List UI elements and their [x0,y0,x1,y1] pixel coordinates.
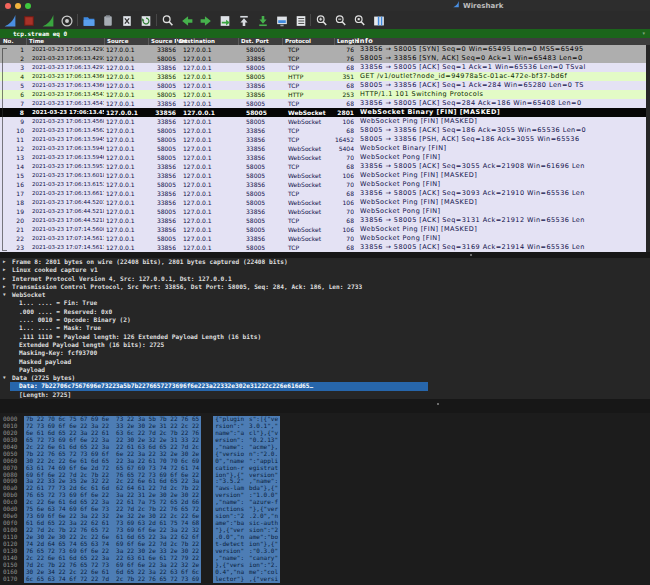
resize-columns-icon[interactable] [372,13,386,27]
packet-row-4[interactable]: 42021-03-23 17:06:13.436600127.0.0.13385… [0,72,650,81]
hex-row-0070[interactable]: 007063 61 74 69 6f 6e 2d 7265 67 69 73 7… [0,465,650,472]
zoom-reset-icon[interactable] [353,13,367,27]
reload-icon[interactable] [139,13,153,27]
hex-row-0020[interactable]: 00206e 61 6d 65 22 3a 22 6163 6c 22 7d 2… [0,430,650,437]
hex-row-0100[interactable]: 010022 7d 2c 7b 22 76 65 7273 69 6f 6e 2… [0,527,650,534]
packet-row-9[interactable]: 92021-03-23 17:06:13.456090127.0.0.13385… [0,117,650,126]
column-header-time[interactable]: Time [26,38,104,45]
filter-bar[interactable]: tcp.stream eq 0 ▾ [0,29,650,38]
close-window-button[interactable] [5,3,11,9]
hex-row-0120[interactable]: 012074 2d 64 65 74 65 63 7469 6f 6e 22 7… [0,541,650,548]
minimize-window-button[interactable] [15,3,21,9]
packet-row-13[interactable]: 132021-03-23 17:06:13.594688127.0.0.1580… [0,153,650,162]
zoom-in-icon[interactable] [315,13,329,27]
go-last-packet-icon[interactable] [256,13,270,27]
hex-row-0090[interactable]: 00903a 22 33 2e 35 2e 32 222c 22 6e 61 6… [0,478,650,485]
hex-row-00d0[interactable]: 00d075 6e 63 74 69 6f 6e 7322 7d 2c 7b 2… [0,506,650,513]
detail-line[interactable]: 1... .... = Fin: True [0,299,650,307]
packet-row-15[interactable]: 152021-03-23 17:06:13.601861127.0.0.1338… [0,171,650,180]
hex-row-00e0[interactable]: 00e073 69 6f 6e 22 3a 22 322e 32 2e 30 2… [0,513,650,520]
go-first-packet-icon[interactable] [237,13,251,27]
column-header-source-port[interactable]: Source Port [148,38,176,45]
packet-row-18[interactable]: 182021-03-23 17:06:44.520197127.0.0.1338… [0,198,650,207]
detail-line[interactable]: Masking-Key: fcf93700 [0,349,650,357]
stop-capture-icon[interactable] [22,13,36,27]
auto-scroll-icon[interactable] [294,13,308,27]
packet-row-19[interactable]: 192021-03-23 17:06:44.521848127.0.0.1580… [0,207,650,216]
hex-row-0060[interactable]: 006030 22 2c 22 6e 61 6d 6522 3a 22 61 7… [0,458,650,465]
packet-row-16[interactable]: 162021-03-23 17:06:13.615311127.0.0.1580… [0,180,650,189]
column-header-source[interactable]: Source [104,38,148,45]
detail-line[interactable]: ▶Transmission Control Protocol, Src Port… [0,283,650,291]
column-header-destination[interactable]: Destination [176,38,238,45]
hex-row-0080[interactable]: 008069 6f 6e 22 7d 2c 7b 2276 65 72 73 6… [0,472,650,479]
hex-row-0010[interactable]: 001072 73 69 6f 6e 22 3a 2233 2e 30 2e 3… [0,423,650,430]
detail-line[interactable]: .... 0010 = Opcode: Binary (2) [0,316,650,324]
go-back-icon[interactable] [180,13,194,27]
collapse-arrow-icon[interactable]: ▼ [3,291,6,299]
packet-row-5[interactable]: 52021-03-23 17:06:13.436622127.0.0.15800… [0,81,650,90]
detail-line[interactable]: [Length: 2725] [0,391,650,399]
filter-dropdown-arrow-icon[interactable]: ▾ [642,29,645,38]
hex-row-0140[interactable]: 01402c 22 6e 61 6d 65 22 3a22 63 61 6e 6… [0,555,650,562]
go-to-packet-icon[interactable] [218,13,232,27]
hex-row-00b0[interactable]: 00b076 65 72 73 69 6f 6e 223a 22 31 2e 3… [0,492,650,499]
packet-list-scrollbar[interactable] [646,45,650,252]
zoom-window-button[interactable] [25,3,31,9]
packet-row-20[interactable]: 202021-03-23 17:06:44.521892127.0.0.1338… [0,216,650,225]
packet-row-10[interactable]: 102021-03-23 17:06:13.456244127.0.0.1580… [0,126,650,135]
packet-row-11[interactable]: 112021-03-23 17:06:13.594507127.0.0.1580… [0,135,650,144]
open-file-icon[interactable] [82,13,96,27]
column-header-dst-port[interactable]: Dst. Port [238,38,282,45]
display-filter-input[interactable]: tcp.stream eq 0 [13,29,67,38]
packet-row-21[interactable]: 212021-03-23 17:07:14.560068127.0.0.1338… [0,225,650,234]
save-file-icon[interactable] [101,13,115,27]
detail-line[interactable]: Payload [0,366,650,374]
detail-line[interactable]: 1... .... = Mask: True [0,324,650,332]
packet-row-12[interactable]: 122021-03-23 17:06:13.594630127.0.0.1580… [0,144,650,153]
packet-row-23[interactable]: 232021-03-23 17:07:14.561170127.0.0.1338… [0,243,650,252]
hex-row-0130[interactable]: 013076 65 72 73 69 6f 6e 223a 22 30 2e 3… [0,548,650,555]
capture-options-icon[interactable] [60,13,74,27]
detail-line[interactable]: Masked payload [0,358,650,366]
go-forward-icon[interactable] [199,13,213,27]
detail-line[interactable]: ▼WebSocket [0,291,650,299]
pane-splitter-bottom[interactable] [0,399,650,413]
hex-row-00f0[interactable]: 00f061 6d 65 22 3a 22 62 6173 69 63 2d 6… [0,520,650,527]
zoom-out-icon[interactable] [334,13,348,27]
expand-arrow-icon[interactable]: ▶ [3,283,6,291]
hex-row-0170[interactable]: 01706c 65 63 74 6f 72 22 7d2c 7b 22 76 6… [0,576,650,583]
restart-capture-icon[interactable] [41,13,55,27]
colorize-packets-icon[interactable] [275,13,289,27]
column-header-length[interactable]: Length [334,38,354,45]
detail-line[interactable]: ▶Internet Protocol Version 4, Src: 127.0… [0,275,650,283]
packet-row-2[interactable]: 22021-03-23 17:06:13.429360127.0.0.15800… [0,54,650,63]
detail-line[interactable]: ▶Frame 8: 2801 bytes on wire (22408 bits… [0,258,650,266]
packet-row-22[interactable]: 222021-03-23 17:07:14.561136127.0.0.1580… [0,234,650,243]
hex-row-0160[interactable]: 016030 2e 34 22 2c 22 6e 616d 65 22 3a 2… [0,569,650,576]
column-header-protocol[interactable]: Protocol [282,38,334,45]
detail-line[interactable]: ▼Data (2725 bytes) [0,374,650,382]
packet-row-8[interactable]: 82021-03-23 17:06:13.456014127.0.0.13385… [0,108,650,117]
expand-arrow-icon[interactable]: ▶ [3,275,6,283]
detail-line[interactable]: ▶Linux cooked capture v1 [0,266,650,274]
packet-row-6[interactable]: 62021-03-23 17:06:13.454111127.0.0.15800… [0,90,650,99]
hex-row-00a0[interactable]: 00a022 61 77 73 2d 6c 61 6d62 64 61 22 7… [0,485,650,492]
packet-row-1[interactable]: 12021-03-23 17:06:13.429330127.0.0.13385… [0,45,650,54]
hex-row-0110[interactable]: 01102e 30 2e 30 22 2c 22 6e61 6d 65 22 3… [0,534,650,541]
packet-row-3[interactable]: 32021-03-23 17:06:13.429387127.0.0.13385… [0,63,650,72]
detail-line[interactable]: .111 1110 = Payload length: 126 Extended… [0,333,650,341]
detail-line[interactable]: Data: 7b22706c7567696e73223a5b7b22766572… [10,382,428,390]
packet-row-7[interactable]: 72021-03-23 17:06:13.454141127.0.0.13385… [0,99,650,108]
detail-line[interactable]: .000 .... = Reserved: 0x0 [0,308,650,316]
packet-row-17[interactable]: 172021-03-23 17:06:13.661717127.0.0.1338… [0,189,650,198]
close-file-icon[interactable] [120,13,134,27]
hex-row-00c0[interactable]: 00c02c 22 6e 61 6d 65 22 3a22 61 7a 75 7… [0,499,650,506]
hex-row-0050[interactable]: 00507b 22 76 65 72 73 69 6f6e 22 3a 22 3… [0,451,650,458]
hex-row-0040[interactable]: 00402c 22 6e 61 6d 65 22 3a22 61 63 6d 6… [0,444,650,451]
hex-row-0000[interactable]: 00007b 22 70 6c 75 67 69 6e73 22 3a 5b 7… [0,416,650,423]
hex-row-0030[interactable]: 003065 72 73 69 6f 6e 22 3a22 30 2e 32 2… [0,437,650,444]
detail-line[interactable]: Extended Payload length (16 bits): 2725 [0,341,650,349]
find-packet-icon[interactable] [161,13,175,27]
collapse-arrow-icon[interactable]: ▼ [3,374,6,382]
